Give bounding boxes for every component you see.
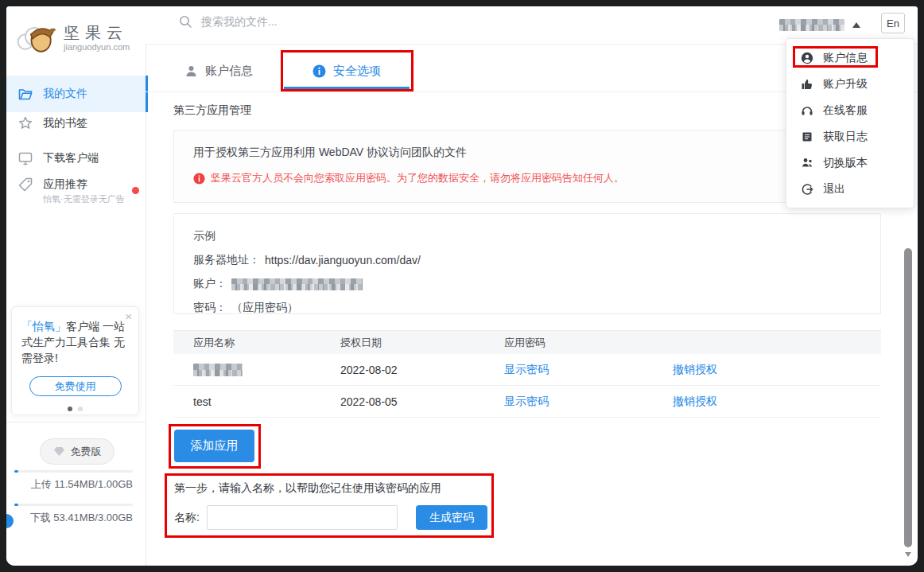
tab-label: 账户信息 xyxy=(205,64,253,79)
menu-item-label: 账户信息 xyxy=(823,51,868,65)
sidebar-item-label: 应用推荐 xyxy=(43,177,87,190)
sidebar-item-app-recommend[interactable]: 应用推荐 怡氧·无需登录无广告 xyxy=(6,170,146,212)
brand-name: 坚果云 xyxy=(64,24,130,41)
promo-card: × 「怡氧」客户端 一站式生产力工具合集 无需登录! 免费使用 xyxy=(11,306,139,415)
sidebar-item-label: 我的书签 xyxy=(43,116,87,130)
table-row: test 2022-08-05 显示密码 撤销授权 xyxy=(173,386,881,418)
authorized-apps-table: 应用名称 授权日期 应用密码 2022-08-02 显示密码 撤销授权 test… xyxy=(173,330,881,418)
server-address-label: 服务器地址： xyxy=(193,253,260,267)
webdav-info-box: 用于授权第三方应用利用 WebDAV 协议访问团队的文件 坚果云官方人员不会向您… xyxy=(173,130,881,203)
app-name-input[interactable] xyxy=(207,505,398,530)
promo-text: 「怡氧」客户端 一站式生产力工具合集 无需登录! xyxy=(21,318,127,366)
generate-password-button[interactable]: 生成密码 xyxy=(416,505,487,530)
menu-item-switch-version[interactable]: 切换版本 xyxy=(786,150,914,176)
monitor-icon xyxy=(17,150,33,166)
close-icon[interactable]: × xyxy=(125,310,132,323)
show-password-link[interactable]: 显示密码 xyxy=(504,395,549,407)
user-menu-button[interactable] xyxy=(779,11,860,38)
headset-icon xyxy=(801,104,813,117)
log-book-icon xyxy=(801,130,813,143)
diamond-icon xyxy=(53,446,65,457)
search-icon xyxy=(178,14,192,29)
folder-icon xyxy=(17,86,33,102)
security-warning: 坚果云官方人员不会向您索取应用密码。为了您的数据安全，请勿将应用密码告知任何人。 xyxy=(193,171,861,185)
download-progress-bar xyxy=(14,504,133,506)
sidebar: 坚果云 jianguodyun.com 我的文件 我的书签 下载客户端 xyxy=(6,6,146,566)
username-redacted xyxy=(779,19,844,31)
step-instruction: 第一步，请输入名称，以帮助您记住使用该密码的应用 xyxy=(174,481,441,496)
thumbs-up-icon xyxy=(801,78,813,91)
sidebar-item-sublabel: 怡氧·无需登录无广告 xyxy=(43,193,125,205)
show-password-link[interactable]: 显示密码 xyxy=(504,363,549,375)
logout-icon xyxy=(801,183,813,196)
revoke-auth-link[interactable]: 撤销授权 xyxy=(673,395,717,407)
tab-security-options[interactable]: 安全选项 xyxy=(313,50,381,91)
brand-domain: jianguodyun.com xyxy=(64,42,130,52)
add-app-button[interactable]: 添加应用 xyxy=(174,430,254,462)
account-label: 账户： xyxy=(193,277,227,291)
search-bar xyxy=(178,14,441,29)
webdav-intro-text: 用于授权第三方应用利用 WebDAV 协议访问团队的文件 xyxy=(193,146,861,160)
security-warning-text: 坚果云官方人员不会向您索取应用密码。为了您的数据安全，请勿将应用密码告知任何人。 xyxy=(211,171,624,185)
nutstore-cloud-acorn-icon xyxy=(14,19,59,56)
menu-item-logout[interactable]: 退出 xyxy=(786,176,914,202)
menu-item-label: 在线客服 xyxy=(823,103,868,118)
column-header-app-password: 应用密码 xyxy=(504,336,673,350)
warning-info-icon xyxy=(193,173,205,185)
carousel-dots xyxy=(21,407,129,411)
tag-icon xyxy=(17,177,33,193)
info-circle-icon xyxy=(313,64,326,78)
table-header-row: 应用名称 授权日期 应用密码 xyxy=(173,330,881,354)
example-box: 示例 服务器地址： https://dav.jianguoyun.com/dav… xyxy=(173,213,881,314)
search-input[interactable] xyxy=(200,14,441,29)
carousel-dot-active[interactable] xyxy=(68,407,72,411)
app-name: test xyxy=(173,395,340,408)
menu-item-online-support[interactable]: 在线客服 xyxy=(786,97,914,123)
sidebar-item-download-client[interactable]: 下载客户端 xyxy=(6,142,146,174)
revoke-auth-link[interactable]: 撤销授权 xyxy=(673,363,717,375)
download-quota-text: 下载 53.41MB/3.00GB xyxy=(6,511,133,525)
free-use-button[interactable]: 免费使用 xyxy=(29,376,122,396)
auth-date: 2022-08-05 xyxy=(340,395,504,408)
language-toggle-button[interactable]: En xyxy=(881,13,905,33)
person-icon xyxy=(184,64,198,78)
sidebar-item-bookmarks[interactable]: 我的书签 xyxy=(6,107,146,139)
divider xyxy=(6,422,146,422)
account-value-redacted xyxy=(231,278,363,290)
table-row: 2022-08-02 显示密码 撤销授权 xyxy=(173,354,881,386)
server-address-value: https://dav.jianguoyun.com/dav/ xyxy=(265,254,421,267)
menu-item-label: 退出 xyxy=(823,182,845,197)
column-header-app-name: 应用名称 xyxy=(173,336,340,350)
scrollbar-down-arrow-icon[interactable] xyxy=(905,552,911,557)
upload-progress-bar xyxy=(14,470,133,473)
menu-item-label: 账户升级 xyxy=(823,77,868,91)
menu-item-account-info[interactable]: 账户信息 xyxy=(786,45,914,71)
password-value: （应用密码） xyxy=(231,301,298,315)
upload-quota-text: 上传 11.54MB/1.00GB xyxy=(6,477,133,492)
menu-item-label: 获取日志 xyxy=(823,130,868,144)
sidebar-item-label: 我的文件 xyxy=(43,87,87,101)
star-icon xyxy=(17,115,33,131)
app-window: 坚果云 jianguodyun.com 我的文件 我的书签 下载客户端 xyxy=(6,6,918,566)
plan-badge-label: 免费版 xyxy=(71,445,102,459)
column-header-auth-date: 授权日期 xyxy=(340,336,504,350)
chevron-up-icon xyxy=(852,22,860,28)
menu-item-account-upgrade[interactable]: 账户升级 xyxy=(786,71,914,97)
app-name-redacted xyxy=(193,364,243,376)
brand-logo[interactable]: 坚果云 jianguodyun.com xyxy=(14,13,142,62)
name-field-label: 名称: xyxy=(174,511,200,525)
notification-dot xyxy=(132,187,139,194)
carousel-dot[interactable] xyxy=(78,407,83,411)
upload-progress-fill xyxy=(14,470,18,473)
plan-badge[interactable]: 免费版 xyxy=(40,438,115,465)
menu-item-get-logs[interactable]: 获取日志 xyxy=(786,123,914,150)
password-label: 密码： xyxy=(193,301,227,315)
person-circle-icon xyxy=(801,52,813,64)
tab-account-info[interactable]: 账户信息 xyxy=(184,50,253,91)
download-progress-fill xyxy=(14,504,18,506)
scrollbar-thumb[interactable] xyxy=(904,248,912,547)
switch-user-icon xyxy=(801,157,813,169)
tab-label: 安全选项 xyxy=(333,64,381,79)
example-title: 示例 xyxy=(193,224,861,248)
active-tab-underline xyxy=(284,87,410,89)
